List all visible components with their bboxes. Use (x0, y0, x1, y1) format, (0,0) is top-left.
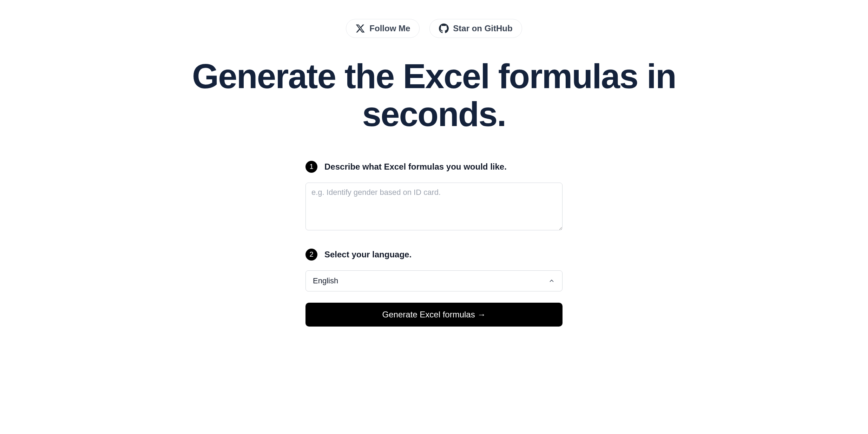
step-2-number: 2 (305, 249, 317, 261)
generate-button[interactable]: Generate Excel formulas → (305, 303, 563, 327)
github-icon (439, 24, 449, 33)
chevron-up-icon (548, 277, 555, 284)
step-1-label: Describe what Excel formulas you would l… (324, 162, 507, 172)
language-select[interactable]: English (305, 270, 563, 291)
star-github-label: Star on GitHub (453, 24, 512, 33)
step-2-header: 2 Select your language. (305, 249, 563, 261)
step-1-number: 1 (305, 161, 317, 173)
language-select-wrapper: English (305, 270, 563, 291)
language-selected-value: English (313, 276, 338, 285)
step-2-label: Select your language. (324, 250, 412, 259)
formula-description-input[interactable] (305, 183, 563, 230)
follow-me-button[interactable]: Follow Me (346, 19, 420, 38)
step-1-header: 1 Describe what Excel formulas you would… (305, 161, 563, 173)
social-buttons-row: Follow Me Star on GitHub (346, 19, 522, 38)
follow-me-label: Follow Me (369, 24, 410, 33)
star-github-button[interactable]: Star on GitHub (429, 19, 522, 38)
page-title: Generate the Excel formulas in seconds. (188, 58, 680, 133)
x-twitter-icon (355, 24, 365, 33)
form-container: 1 Describe what Excel formulas you would… (305, 161, 563, 327)
